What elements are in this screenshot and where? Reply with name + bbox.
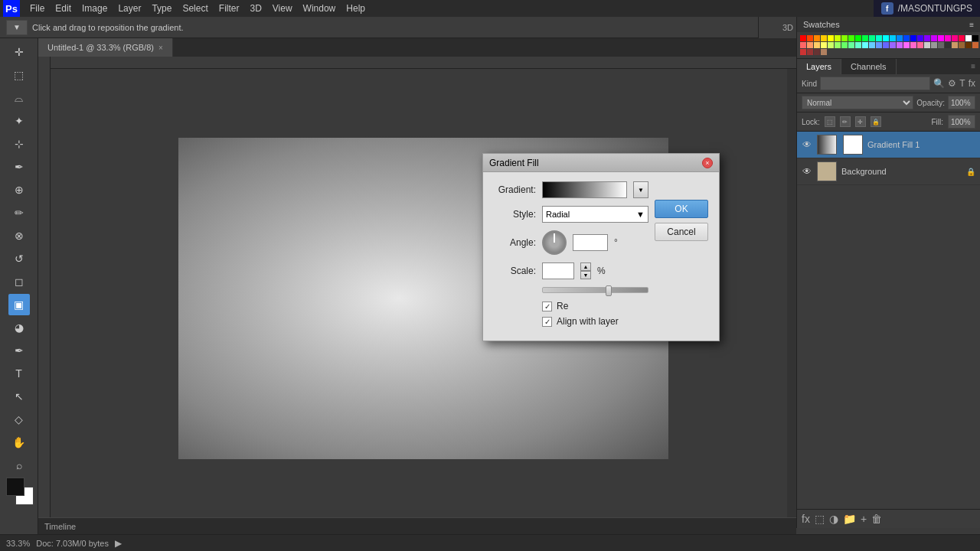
- style-select[interactable]: Radial ▼: [542, 206, 648, 223]
- layers-search-input[interactable]: [820, 77, 930, 90]
- menu-image[interactable]: Image: [77, 2, 113, 15]
- swatch-cell[interactable]: [835, 35, 841, 41]
- gradient-preview[interactable]: [542, 181, 627, 198]
- new-fill-layer-button[interactable]: ◑: [829, 513, 838, 525]
- channels-tab[interactable]: Channels: [841, 59, 896, 74]
- menu-window[interactable]: Window: [298, 2, 341, 15]
- foreground-color[interactable]: [6, 478, 24, 496]
- path-select-tool[interactable]: ↖: [8, 386, 30, 407]
- clone-tool[interactable]: ⊗: [8, 225, 30, 246]
- gradient-dropdown-button[interactable]: ▼: [633, 181, 648, 198]
- menu-layer[interactable]: Layer: [113, 2, 146, 15]
- swatch-cell[interactable]: [807, 42, 813, 48]
- swatch-cell[interactable]: [910, 42, 916, 48]
- layers-panel-menu[interactable]: ≡: [966, 59, 980, 74]
- swatch-cell[interactable]: [828, 42, 834, 48]
- menu-view[interactable]: View: [267, 2, 298, 15]
- history-brush-tool[interactable]: ↺: [8, 248, 30, 269]
- pen-tool[interactable]: ✒: [8, 340, 30, 361]
- quick-select-tool[interactable]: ✦: [8, 110, 30, 132]
- swatch-cell[interactable]: [938, 35, 944, 41]
- scale-down-button[interactable]: ▼: [580, 271, 591, 279]
- blend-mode-select[interactable]: Normal: [802, 96, 913, 109]
- tool-preset-picker[interactable]: ▼: [6, 20, 28, 35]
- swatch-cell[interactable]: [800, 49, 806, 55]
- layer-group-button[interactable]: 📁: [843, 513, 856, 525]
- swatch-cell[interactable]: [862, 35, 868, 41]
- scale-slider[interactable]: [542, 287, 648, 293]
- gradient-tool[interactable]: ▣: [8, 294, 30, 315]
- swatch-cell[interactable]: [910, 35, 916, 41]
- healing-tool[interactable]: ⊕: [8, 179, 30, 201]
- reverse-checkbox[interactable]: [542, 302, 552, 311]
- angle-input[interactable]: 90: [573, 234, 608, 251]
- scale-up-button[interactable]: ▲: [580, 262, 591, 271]
- lock-all[interactable]: 🔒: [871, 116, 881, 127]
- swatch-cell[interactable]: [945, 42, 951, 48]
- swatches-menu-icon[interactable]: ≡: [969, 21, 974, 29]
- lock-position[interactable]: ✛: [855, 116, 866, 127]
- document-tab[interactable]: Untitled-1 @ 33.3% (RGB/8) ×: [38, 38, 173, 57]
- swatch-cell[interactable]: [807, 49, 813, 55]
- menu-filter[interactable]: Filter: [214, 2, 245, 15]
- crop-tool[interactable]: ⊹: [8, 133, 30, 155]
- layer-item-background[interactable]: 👁 Background 🔒: [797, 158, 980, 185]
- zoom-tool[interactable]: ⌕: [8, 455, 30, 476]
- swatch-cell[interactable]: [890, 42, 896, 48]
- cancel-button[interactable]: Cancel: [655, 223, 708, 241]
- play-button[interactable]: ▶: [115, 538, 122, 549]
- swatch-cell[interactable]: [924, 35, 930, 41]
- hand-tool[interactable]: ✋: [8, 432, 30, 453]
- menu-edit[interactable]: Edit: [50, 2, 77, 15]
- eraser-tool[interactable]: ◻: [8, 271, 30, 292]
- swatch-cell[interactable]: [897, 42, 903, 48]
- align-checkbox[interactable]: [542, 317, 552, 327]
- swatch-cell[interactable]: [959, 35, 965, 41]
- swatch-cell[interactable]: [835, 42, 841, 48]
- menu-help[interactable]: Help: [341, 2, 371, 15]
- swatch-cell[interactable]: [814, 49, 820, 55]
- swatch-cell[interactable]: [807, 35, 813, 41]
- swatch-cell[interactable]: [828, 35, 834, 41]
- menu-select[interactable]: Select: [177, 2, 213, 15]
- swatch-cell[interactable]: [814, 42, 820, 48]
- eyedropper-tool[interactable]: ✒: [8, 156, 30, 178]
- text-tool[interactable]: T: [8, 363, 30, 384]
- swatch-cell[interactable]: [903, 35, 910, 41]
- swatch-cell[interactable]: [897, 35, 903, 41]
- menu-3d[interactable]: 3D: [244, 2, 266, 15]
- angle-knob[interactable]: [542, 230, 567, 255]
- swatch-cell[interactable]: [917, 42, 923, 48]
- fx-filter-icon[interactable]: fx: [969, 78, 975, 89]
- shape-tool[interactable]: ◇: [8, 409, 30, 430]
- swatch-cell[interactable]: [924, 42, 930, 48]
- swatch-cell[interactable]: [862, 42, 868, 48]
- type-filter-icon[interactable]: T: [959, 78, 965, 89]
- layers-tab[interactable]: Layers: [797, 59, 841, 74]
- delete-layer-button[interactable]: 🗑: [871, 513, 882, 525]
- add-layer-style-button[interactable]: fx: [802, 513, 810, 525]
- swatch-cell[interactable]: [848, 42, 854, 48]
- opacity-input[interactable]: [948, 96, 975, 109]
- swatch-cell[interactable]: [821, 35, 827, 41]
- swatch-cell[interactable]: [972, 35, 978, 41]
- swatch-cell[interactable]: [931, 42, 937, 48]
- swatch-cell[interactable]: [821, 49, 827, 55]
- swatch-cell[interactable]: [841, 42, 848, 48]
- ok-button[interactable]: OK: [655, 200, 708, 218]
- swatch-cell[interactable]: [855, 42, 861, 48]
- scale-stepper[interactable]: ▲ ▼: [580, 262, 591, 279]
- swatch-cell[interactable]: [931, 35, 937, 41]
- swatch-cell[interactable]: [814, 35, 820, 41]
- swatch-cell[interactable]: [848, 35, 854, 41]
- swatch-cell[interactable]: [959, 42, 965, 48]
- settings-icon[interactable]: ⚙: [948, 78, 956, 89]
- swatch-cell[interactable]: [821, 42, 827, 48]
- swatch-cell[interactable]: [965, 42, 972, 48]
- lock-image-pixels[interactable]: ✏: [840, 116, 851, 127]
- swatch-cell[interactable]: [869, 35, 875, 41]
- swatch-cell[interactable]: [890, 35, 896, 41]
- search-icon[interactable]: 🔍: [933, 78, 945, 89]
- layer-visibility-gradient[interactable]: 👁: [802, 139, 812, 150]
- tab-close-button[interactable]: ×: [158, 44, 163, 52]
